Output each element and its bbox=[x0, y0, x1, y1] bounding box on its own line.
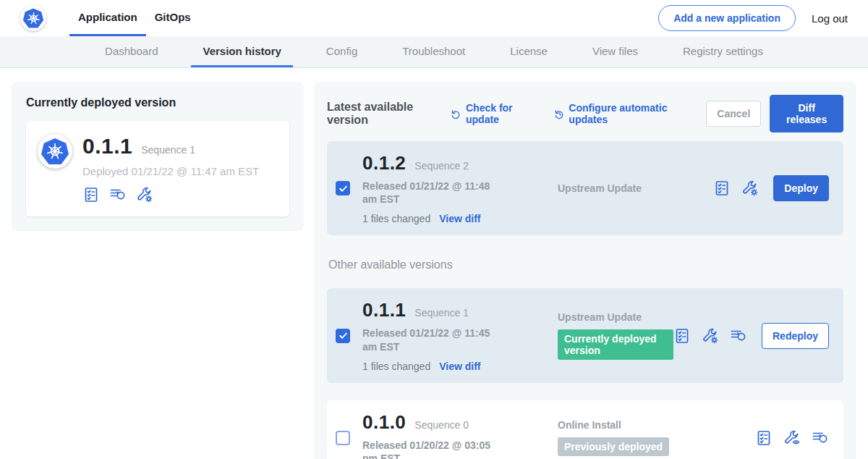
check-for-update-link[interactable]: Check for update bbox=[451, 102, 536, 125]
main-content: Currently deployed version 0.1.1 Sequenc… bbox=[0, 68, 868, 459]
deploy-button[interactable]: Deploy bbox=[773, 175, 829, 201]
edit-config-icon[interactable] bbox=[136, 186, 153, 203]
version-number: 0.1.0 bbox=[362, 411, 406, 434]
subnav-tab-view-files[interactable]: View files bbox=[581, 36, 650, 67]
preflight-checks-icon[interactable] bbox=[713, 180, 731, 197]
header-spacer bbox=[200, 0, 658, 36]
refresh-icon bbox=[451, 108, 461, 120]
preflight-checks-icon[interactable] bbox=[673, 327, 691, 345]
deploy-logs-icon[interactable] bbox=[812, 429, 829, 447]
other-available-versions-title: Other available versions bbox=[328, 258, 843, 271]
released-timestamp: Released 01/21/22 @ 11:48 am EST bbox=[362, 180, 507, 206]
view-diff-link[interactable]: View diff bbox=[439, 361, 480, 372]
released-timestamp: Released 01/21/22 @ 11:45 am EST bbox=[362, 327, 507, 353]
sequence-label: Sequence 1 bbox=[414, 307, 469, 319]
diff-releases-button[interactable]: Diff releases bbox=[770, 95, 843, 132]
version-checkbox[interactable] bbox=[336, 329, 350, 343]
tab-application[interactable]: Application bbox=[69, 0, 146, 36]
deployed-sequence-label: Sequence 1 bbox=[141, 144, 195, 156]
preflight-checks-icon[interactable] bbox=[82, 186, 100, 203]
currently-deployed-panel: Currently deployed version 0.1.1 Sequenc… bbox=[12, 82, 304, 231]
checkmark-icon bbox=[339, 331, 348, 340]
logout-button[interactable]: Log out bbox=[812, 12, 848, 25]
released-timestamp: Released 01/20/22 @ 03:05 pm EST bbox=[362, 439, 507, 459]
version-row-0-1-1: 0.1.1 Sequence 1 Released 01/21/22 @ 11:… bbox=[327, 288, 843, 382]
currently-deployed-title: Currently deployed version bbox=[26, 96, 289, 109]
top-navbar: Application GitOps Add a new application… bbox=[0, 0, 868, 36]
version-row-0-1-2: 0.1.2 Sequence 2 Released 01/21/22 @ 11:… bbox=[327, 141, 843, 235]
tab-gitops[interactable]: GitOps bbox=[146, 0, 200, 36]
version-number: 0.1.1 bbox=[362, 299, 406, 321]
sequence-label: Sequence 2 bbox=[414, 160, 469, 172]
version-number: 0.1.2 bbox=[362, 152, 406, 174]
kubernetes-helm-wheel-icon bbox=[41, 138, 69, 164]
configure-automatic-updates-label: Configure automatic updates bbox=[569, 102, 689, 125]
subnav-tab-dashboard[interactable]: Dashboard bbox=[93, 36, 169, 67]
app-subnav: Dashboard Version history Config Trouble… bbox=[0, 36, 868, 68]
configure-automatic-updates-link[interactable]: Configure automatic updates bbox=[554, 102, 689, 125]
kubernetes-logo bbox=[20, 5, 46, 31]
subnav-tab-license[interactable]: License bbox=[498, 36, 559, 67]
latest-available-title: Latest available version bbox=[327, 101, 439, 127]
checkmark-icon bbox=[339, 184, 348, 193]
view-config-icon[interactable] bbox=[783, 429, 801, 447]
subnav-tab-registry-settings[interactable]: Registry settings bbox=[671, 36, 775, 67]
files-changed-label: 1 files changed bbox=[362, 213, 430, 224]
latest-version-header: Latest available version Check for updat… bbox=[327, 95, 843, 132]
redeploy-button[interactable]: Redeploy bbox=[762, 323, 829, 349]
files-changed-label: 1 files changed bbox=[362, 361, 430, 372]
edit-config-icon[interactable] bbox=[741, 180, 759, 197]
deployed-timestamp: Deployed 01/21/22 @ 11:47 am EST bbox=[82, 165, 259, 177]
kubernetes-helm-wheel-icon bbox=[23, 9, 44, 28]
subnav-tab-config[interactable]: Config bbox=[315, 36, 369, 67]
check-for-update-label: Check for update bbox=[466, 102, 537, 125]
preflight-checks-icon[interactable] bbox=[755, 429, 773, 447]
subnav-tab-troubleshoot[interactable]: Troubleshoot bbox=[391, 36, 477, 67]
add-new-application-button[interactable]: Add a new application bbox=[658, 5, 796, 31]
deploy-logs-icon[interactable] bbox=[730, 327, 747, 345]
sequence-label: Sequence 0 bbox=[414, 419, 469, 431]
currently-deployed-badge: Currently deployed version bbox=[558, 329, 673, 360]
clock-refresh-icon bbox=[554, 108, 565, 120]
app-logo bbox=[38, 134, 72, 169]
edit-config-icon[interactable] bbox=[702, 327, 719, 345]
deployed-version-number: 0.1.1 bbox=[82, 134, 132, 159]
version-checkbox[interactable] bbox=[336, 431, 350, 445]
deploy-logs-icon[interactable] bbox=[109, 186, 127, 203]
view-diff-link[interactable]: View diff bbox=[439, 213, 480, 224]
previously-deployed-badge: Previously deployed bbox=[558, 437, 669, 456]
cancel-button[interactable]: Cancel bbox=[706, 101, 761, 127]
version-history-panel: Latest available version Check for updat… bbox=[314, 82, 856, 459]
subnav-tab-version-history[interactable]: Version history bbox=[191, 36, 292, 67]
currently-deployed-card: 0.1.1 Sequence 1 Deployed 01/21/22 @ 11:… bbox=[26, 121, 289, 216]
version-checkbox[interactable] bbox=[336, 181, 350, 195]
version-source-label: Upstream Update bbox=[558, 311, 673, 323]
version-source-label: Online Install bbox=[558, 419, 755, 431]
version-row-0-1-0: 0.1.0 Sequence 0 Released 01/20/22 @ 03:… bbox=[327, 400, 843, 459]
version-source-label: Upstream Update bbox=[558, 182, 713, 194]
